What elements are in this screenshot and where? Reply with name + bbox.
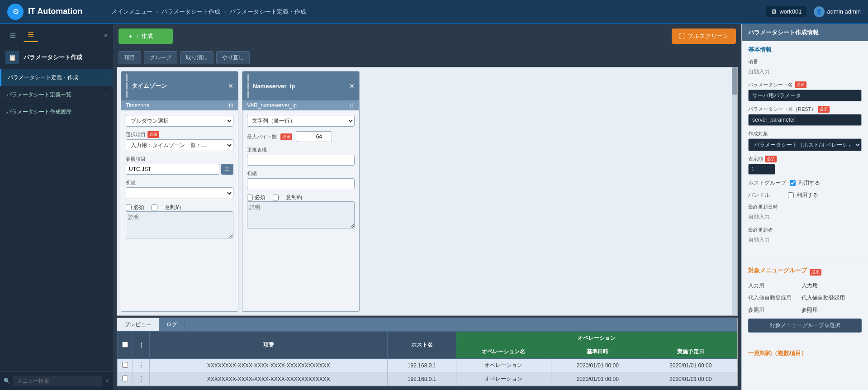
card-nameserver-desc[interactable] (247, 201, 355, 228)
card-timezone-desc[interactable] (126, 211, 233, 238)
card-timezone-ref-input-row: ☰ (126, 164, 233, 175)
sidebar-item-label-1: パラメータシート定義一覧 (6, 91, 71, 99)
th-checkbox (118, 332, 133, 359)
group-button[interactable]: グループ (144, 51, 177, 64)
display-order-input[interactable] (748, 164, 775, 175)
card-nameserver-type-select[interactable]: 文字列（単一行） (247, 115, 355, 127)
card-timezone-select-item-field: 選択項目 必須 入力用：タイムゾーン一覧：… (126, 131, 233, 151)
host-group-check[interactable] (790, 180, 796, 186)
list-view-icon[interactable]: ☰ (24, 28, 38, 42)
card-nameserver-regex-field: 正規表現 (247, 147, 355, 166)
row-checkbox-1[interactable] (118, 372, 133, 386)
drag-handle-timezone[interactable] (126, 74, 128, 98)
target-menu-group-required-badge: 必須 (810, 269, 821, 276)
card-nameserver-header: Nameserver_ip ✕ (242, 71, 359, 100)
card-nameserver-initial-input[interactable] (247, 178, 355, 189)
sidebar-item-creation-history[interactable]: パラメータシート作成履歴 › (0, 104, 113, 121)
sidebar-collapse-btn[interactable]: « (104, 31, 108, 38)
search-input[interactable] (13, 376, 102, 386)
tab-preview[interactable]: プレビュー (117, 318, 159, 331)
card-nameserver-maxbytes-label: 最大バイト数 (247, 133, 277, 140)
item-button[interactable]: 項目 (119, 51, 141, 64)
cards-area: タイムゾーン ✕ Timezone ⊡ プルダウン選択 (113, 67, 741, 390)
card-timezone-select-item-select[interactable]: 入力用：タイムゾーン一覧：… (126, 139, 233, 151)
card-timezone-select-item-label: 選択項目 (126, 131, 146, 138)
grid-view-icon[interactable]: ⊞ (5, 28, 20, 42)
select-menu-group-button[interactable]: 対象メニューグループを選択 (748, 319, 862, 333)
workspace-selector[interactable]: 🖥 work001 (766, 6, 806, 17)
logo: ⊙ IT Automation (7, 4, 111, 20)
th-operation-group: オペレーション (456, 332, 737, 345)
sidebar-item-definition-create[interactable]: パラメータシート定義・作成 › (0, 69, 113, 86)
sidebar-item-label-0: パラメータシート定義・作成 (8, 74, 78, 81)
redo-button[interactable]: やり直し (216, 51, 250, 64)
card-timezone-required-check[interactable] (126, 205, 132, 210)
bundle-check[interactable] (788, 192, 794, 198)
sheet-name-input[interactable] (748, 90, 862, 101)
card-nameserver-constraint-row: 必須 一意制約 (247, 194, 355, 201)
auto-register-value: 代入値自動登録用 (802, 294, 845, 302)
th-item-no: 項番 (150, 332, 388, 359)
breadcrumb-main[interactable]: メインメニュー (111, 8, 152, 16)
content-area: ＋ + 作成 ⛶ フルスクリーン 項目 グループ 取り消し やり直し (113, 24, 741, 390)
secondary-toolbar: 項目 グループ 取り消し やり直し (113, 48, 741, 67)
user-menu[interactable]: 👤 admin admin (814, 6, 861, 17)
card-nameserver-maxbytes-field: 最大バイト数 必須 (247, 131, 355, 142)
card-timezone-type-field: プルダウン選択 (126, 115, 233, 127)
tab-log[interactable]: ログ (159, 318, 185, 331)
row-operation-0: オペレーション (456, 359, 551, 372)
last-updater-value: 自動入力 (748, 235, 862, 245)
card-timezone-ref-list-btn[interactable]: ☰ (221, 164, 233, 175)
right-panel-unique-constraint: 一意制約（複数項目） (742, 345, 868, 365)
card-timezone-ref-input[interactable] (126, 164, 219, 175)
drag-handle-nameserver[interactable] (247, 74, 249, 98)
th-operation-name: オペレーション名 (456, 345, 551, 359)
row-checkbox-0[interactable] (118, 359, 133, 372)
fullscreen-button[interactable]: ⛶ フルスクリーン (672, 29, 736, 44)
card-nameserver-required-check[interactable] (247, 195, 253, 200)
card-timezone-header-left: タイムゾーン (126, 74, 167, 98)
rest-name-input[interactable] (748, 114, 862, 126)
cancel-button[interactable]: 取り消し (180, 51, 213, 64)
create-button[interactable]: ＋ + 作成 (119, 29, 173, 44)
toolbar: ＋ + 作成 ⛶ フルスクリーン (113, 24, 741, 48)
card-nameserver-maxbytes-input[interactable] (296, 131, 332, 142)
card-timezone-initial-label: 初値 (126, 179, 136, 186)
card-nameserver-required-label[interactable]: 必須 (247, 194, 266, 201)
card-timezone-close[interactable]: ✕ (228, 82, 233, 90)
search-clear-icon[interactable]: ✕ (105, 378, 109, 384)
target-select[interactable]: パラメータシート（ホスト/オペレーションあり） (748, 138, 862, 151)
card-timezone-unique-label[interactable]: 一意制約 (152, 204, 181, 211)
card-nameserver-close[interactable]: ✕ (349, 82, 355, 90)
sidebar-item-definition-list[interactable]: パラメータシート定義一覧 › (0, 86, 113, 104)
sidebar-title-row: 📋 パラメータシート作成 (0, 46, 113, 69)
row-item-no-0: XXXXXXXX-XXXX-XXXX-XXXX-XXXXXXXXXXXX (150, 359, 388, 372)
row-action-1[interactable]: ⋮ (133, 372, 150, 386)
card-timezone-required-label[interactable]: 必須 (126, 204, 144, 211)
target-label: 作成対象 (748, 130, 862, 137)
workspace-name: work001 (779, 8, 802, 15)
ref-value: 参照用 (802, 306, 818, 314)
basic-info-title: 基本情報 (748, 46, 862, 54)
card-nameserver-unique-label[interactable]: 一意制約 (273, 194, 302, 201)
card-timezone-unique-check[interactable] (152, 205, 157, 210)
cards-scrollbar[interactable] (732, 67, 737, 315)
select-all-check[interactable] (122, 342, 128, 347)
bundle-label: バンドル (748, 191, 784, 199)
display-order-label: 表示順 (748, 156, 763, 162)
field-input-use: 入力用 入力用 (748, 282, 862, 290)
sheet-name-required-badge: 必須 (795, 81, 806, 88)
divider-2 (742, 341, 868, 341)
card-timezone-initial-select[interactable] (126, 187, 233, 199)
bundle-checkbox-row[interactable]: 利用する (788, 191, 818, 199)
breadcrumb-mid[interactable]: パラメータシート作成 (161, 8, 220, 16)
row-host-0: 192.168.0.1 (388, 359, 456, 372)
card-timezone-header: タイムゾーン ✕ (121, 71, 238, 100)
scrollbar-thumb[interactable] (732, 67, 737, 95)
card-nameserver-unique-check[interactable] (273, 195, 279, 200)
card-timezone-type-select[interactable]: プルダウン選択 (126, 115, 233, 127)
host-group-checkbox-row[interactable]: 利用する (790, 179, 820, 187)
card-nameserver-regex-input[interactable] (247, 155, 355, 166)
bundle-text: 利用する (797, 191, 818, 199)
row-action-0[interactable]: ⋮ (133, 359, 150, 372)
